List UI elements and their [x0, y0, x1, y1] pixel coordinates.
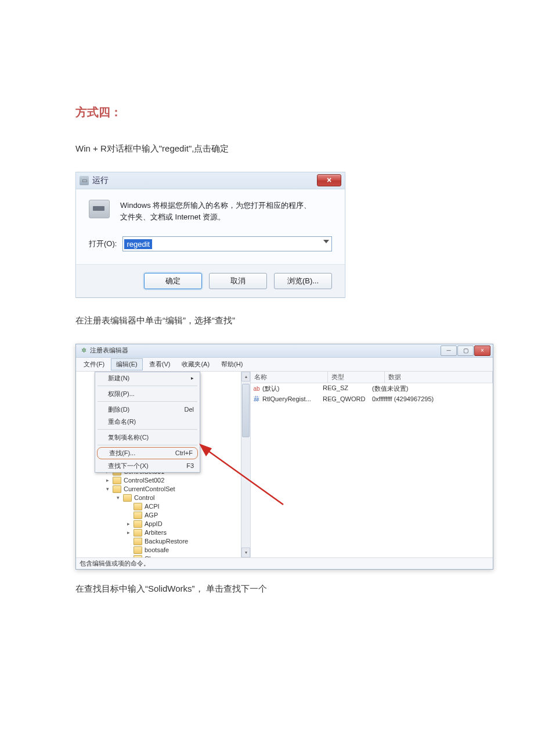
scroll-thumb[interactable] — [242, 384, 250, 437]
open-label: 打开(O): — [89, 239, 117, 249]
folder-icon — [134, 546, 142, 554]
run-description: Windows 将根据您所输入的名称，为您打开相应的程序、 文件夹、文档或 In… — [120, 200, 311, 224]
instruction-3: 在查找目标中输入“SolidWorks”， 单击查找下一个 — [75, 582, 459, 596]
tree-toggle-icon[interactable]: ▾ — [105, 487, 110, 492]
submenu-new[interactable]: 新建(N)▸ — [95, 372, 200, 384]
submenu-separator — [98, 429, 197, 430]
tree-item[interactable]: ▸ControlSet002 — [82, 476, 250, 485]
close-button[interactable]: × — [317, 174, 341, 186]
submenu-copykey[interactable]: 复制项名称(C) — [95, 431, 200, 444]
run-titlebar: ▭ 运行 × — [76, 172, 345, 189]
tree-item[interactable]: BackupRestore — [82, 537, 250, 546]
tree-toggle-icon[interactable]: ▾ — [116, 495, 121, 501]
regedit-titlebar: ✲ 注册表编辑器 ─ ▢ × — [76, 344, 493, 358]
tree-item[interactable]: ▸Arbiters — [82, 528, 250, 537]
regedit-window: ✲ 注册表编辑器 ─ ▢ × 文件(F) 编辑(E) 查看(V) 收藏夹(A) … — [75, 344, 493, 570]
values-list: ab(默认) REG_SZ (数值未设置) 蒜RtlQueryRegist...… — [251, 383, 493, 404]
dropdown-arrow-icon[interactable] — [323, 240, 329, 243]
regedit-body: 新建(N)▸ 权限(P)... 删除(D)Del 重命名(R) — [76, 372, 493, 557]
value-row[interactable]: 蒜RtlQueryRegist... REG_QWORD 0xffffffff … — [251, 394, 493, 404]
run-footer: 确定 取消 浏览(B)... — [76, 264, 345, 297]
browse-button[interactable]: 浏览(B)... — [274, 273, 332, 289]
tree-item[interactable]: ▸AppID — [82, 520, 250, 528]
tree-item[interactable]: bootsafe — [82, 546, 250, 555]
tree-toggle-icon[interactable] — [126, 548, 131, 553]
menu-view[interactable]: 查看(V) — [144, 358, 176, 370]
run-app-icon: ▭ — [80, 176, 89, 185]
close-button[interactable]: × — [474, 345, 490, 356]
submenu-rename[interactable]: 重命名(R) — [95, 416, 200, 428]
scroll-up-icon[interactable]: ▴ — [241, 372, 250, 381]
minimize-button[interactable]: ─ — [441, 345, 457, 356]
submenu-arrow-icon: ▸ — [191, 375, 194, 381]
string-value-icon: ab — [253, 385, 260, 392]
tree-item[interactable]: ▸Class — [82, 555, 250, 557]
tree-toggle-icon[interactable]: ▸ — [105, 478, 110, 483]
folder-icon — [134, 520, 142, 528]
folder-icon — [123, 494, 132, 502]
folder-icon — [113, 485, 121, 493]
values-header: 名称 类型 数据 — [251, 372, 493, 383]
maximize-button[interactable]: ▢ — [457, 345, 474, 356]
run-body: Windows 将根据您所输入的名称，为您打开相应的程序、 文件夹、文档或 In… — [76, 189, 345, 265]
regedit-title-text: 注册表编辑器 — [90, 346, 128, 355]
folder-icon — [134, 555, 142, 557]
submenu-separator — [98, 386, 197, 387]
folder-icon — [134, 538, 142, 545]
open-value-selected: regedit — [124, 239, 152, 249]
registry-tree[interactable]: ▾ SYSTEM ▸ControlSet001 ▸ControlSet002 ▾… — [82, 459, 250, 557]
tree-item[interactable]: ACPI — [82, 502, 250, 511]
regedit-values-pane: 名称 类型 数据 ab(默认) REG_SZ (数值未设置) 蒜RtlQuery… — [251, 372, 493, 557]
tree-item[interactable]: ▾Control — [82, 494, 250, 502]
run-desc-line1: Windows 将根据您所输入的名称，为您打开相应的程序、 — [120, 200, 311, 212]
numeric-value-icon: 蒜 — [253, 395, 260, 402]
submenu-separator — [98, 445, 197, 446]
col-data[interactable]: 数据 — [385, 372, 493, 383]
menu-file[interactable]: 文件(F) — [78, 358, 110, 370]
tree-scrollbar[interactable]: ▴ ▾ — [241, 372, 250, 557]
folder-icon — [134, 512, 142, 519]
tree-item[interactable]: ▾CurrentControlSet — [82, 485, 250, 494]
menu-favorites[interactable]: 收藏夹(A) — [176, 358, 215, 370]
scroll-down-icon[interactable]: ▾ — [241, 548, 250, 557]
section-heading: 方式四： — [75, 105, 459, 120]
run-dialog-icon — [89, 200, 110, 218]
regedit-statusbar: 包含编辑值或项的命令。 — [76, 557, 493, 569]
scroll-track[interactable] — [241, 381, 250, 548]
folder-icon — [113, 477, 121, 484]
instruction-2: 在注册表编辑器中单击“编辑”，选择“查找” — [75, 314, 459, 327]
submenu-findnext[interactable]: 查找下一个(X)F3 — [95, 460, 200, 472]
tree-item[interactable]: AGP — [82, 511, 250, 520]
cancel-button[interactable]: 取消 — [209, 273, 267, 289]
folder-icon — [134, 529, 142, 537]
value-row[interactable]: ab(默认) REG_SZ (数值未设置) — [251, 383, 493, 394]
run-title-text: 运行 — [92, 175, 109, 186]
ok-button[interactable]: 确定 — [144, 273, 202, 289]
instruction-1: Win + R对话框中输入"regedit",点击确定 — [75, 142, 459, 156]
open-combobox[interactable]: regedit — [122, 236, 332, 251]
regedit-tree-pane: 新建(N)▸ 权限(P)... 删除(D)Del 重命名(R) — [76, 372, 251, 557]
run-dialog: ▭ 运行 × Windows 将根据您所输入的名称，为您打开相应的程序、 文件夹… — [75, 172, 345, 298]
col-name[interactable]: 名称 — [251, 372, 328, 383]
tree-toggle-icon[interactable] — [126, 513, 131, 518]
run-desc-line2: 文件夹、文档或 Internet 资源。 — [120, 211, 311, 224]
tree-toggle-icon[interactable] — [126, 539, 131, 544]
regedit-app-icon: ✲ — [80, 347, 88, 355]
tree-toggle-icon[interactable] — [126, 504, 131, 509]
submenu-delete[interactable]: 删除(D)Del — [95, 404, 200, 416]
folder-icon — [134, 503, 142, 510]
menu-edit[interactable]: 编辑(E) — [111, 358, 143, 370]
submenu-separator — [98, 401, 197, 402]
tree-toggle-icon[interactable]: ▸ — [126, 521, 131, 527]
menu-help[interactable]: 帮助(H) — [216, 358, 248, 370]
tree-toggle-icon[interactable]: ▸ — [126, 530, 131, 535]
edit-submenu: 新建(N)▸ 权限(P)... 删除(D)Del 重命名(R) — [95, 372, 200, 473]
tree-toggle-icon[interactable]: ▸ — [126, 556, 131, 557]
regedit-menubar: 文件(F) 编辑(E) 查看(V) 收藏夹(A) 帮助(H) — [76, 358, 493, 372]
submenu-find[interactable]: 查找(F)...Ctrl+F — [97, 447, 198, 459]
col-type[interactable]: 类型 — [328, 372, 385, 383]
submenu-permissions[interactable]: 权限(P)... — [95, 388, 200, 400]
